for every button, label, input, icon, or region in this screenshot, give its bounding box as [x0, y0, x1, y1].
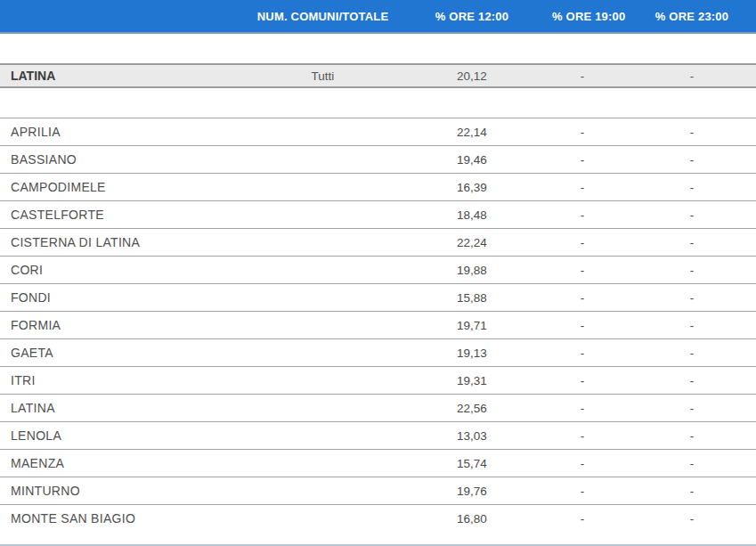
row-comune-name: FORMIA: [0, 318, 254, 332]
row-ore-19-value: -: [552, 457, 613, 470]
row-comune-name: APRILIA: [0, 125, 254, 139]
row-ore-23-value: -: [613, 208, 756, 222]
row-ore-19-value: -: [552, 264, 613, 277]
table-row: MINTURNO 19,76 - -: [0, 477, 756, 504]
table-row: MAENZA 15,74 - -: [0, 449, 756, 477]
column-header-ore-12: % ORE 12:00: [392, 10, 552, 23]
table-row: CISTERNA DI LATINA 22,24 - -: [0, 228, 756, 256]
spacer: [0, 34, 756, 63]
row-ore-23-value: -: [613, 236, 756, 249]
row-ore-23-value: -: [613, 346, 756, 360]
row-comune-name: MONTE SAN BIAGIO: [0, 511, 254, 526]
row-ore-12-value: 19,31: [392, 374, 552, 387]
row-ore-23-value: -: [613, 319, 756, 332]
table-row: FONDI 15,88 - -: [0, 283, 756, 311]
summary-ore-12-value: 20,12: [392, 69, 552, 83]
table-row: BASSIANO 19,46 - -: [0, 145, 756, 173]
row-ore-23-value: -: [613, 126, 756, 139]
row-ore-12-value: 19,46: [392, 153, 552, 167]
row-ore-23-value: -: [613, 181, 756, 194]
row-comune-name: LENOLA: [0, 428, 254, 443]
row-ore-12-value: 19,13: [392, 346, 552, 360]
comuni-data-table: NUM. COMUNI/TOTALE % ORE 12:00 % ORE 19:…: [0, 0, 756, 546]
row-ore-19-value: -: [552, 485, 613, 498]
row-ore-23-value: -: [613, 153, 756, 167]
row-ore-19-value: -: [552, 236, 613, 249]
row-comune-name: ITRI: [0, 373, 254, 387]
summary-ore-19-value: -: [552, 69, 613, 83]
table-row: CORI 19,88 - -: [0, 256, 756, 283]
spacer: [0, 88, 756, 118]
table-row: LATINA 22,56 - -: [0, 394, 756, 421]
row-ore-19-value: -: [552, 291, 613, 305]
summary-row-latina: LATINA Tutti 20,12 - -: [0, 63, 756, 88]
row-ore-23-value: -: [613, 485, 756, 498]
row-ore-12-value: 15,88: [392, 291, 552, 305]
row-comune-name: CISTERNA DI LATINA: [0, 235, 254, 249]
row-ore-12-value: 22,56: [392, 402, 552, 415]
row-comune-name: CASTELFORTE: [0, 208, 254, 222]
row-ore-19-value: -: [552, 126, 613, 139]
row-ore-12-value: 16,80: [392, 512, 552, 526]
summary-comuni-value: Tutti: [254, 69, 392, 83]
row-comune-name: MINTURNO: [0, 484, 254, 498]
row-comune-name: LATINA: [0, 401, 254, 415]
row-ore-19-value: -: [552, 346, 613, 360]
row-ore-12-value: 15,74: [392, 457, 552, 470]
table-row: FORMIA 19,71 - -: [0, 311, 756, 338]
row-ore-23-value: -: [613, 402, 756, 415]
table-row: MONTE SAN BIAGIO 16,80 - -: [0, 504, 756, 532]
column-header-num-comuni: NUM. COMUNI/TOTALE: [254, 10, 392, 23]
row-comune-name: MAENZA: [0, 456, 254, 470]
table-header-row: NUM. COMUNI/TOTALE % ORE 12:00 % ORE 19:…: [0, 0, 756, 34]
row-ore-12-value: 19,71: [392, 319, 552, 332]
row-ore-12-value: 16,39: [392, 181, 552, 194]
row-ore-12-value: 13,03: [392, 429, 552, 443]
column-header-ore-19: % ORE 19:00: [552, 10, 613, 23]
row-ore-12-value: 18,48: [392, 208, 552, 222]
row-ore-12-value: 19,88: [392, 264, 552, 277]
summary-ore-23-value: -: [613, 69, 756, 83]
row-ore-19-value: -: [552, 374, 613, 387]
row-comune-name: CORI: [0, 263, 254, 277]
column-header-ore-23: % ORE 23:00: [613, 10, 756, 23]
table-row: LENOLA 13,03 - -: [0, 421, 756, 449]
row-ore-19-value: -: [552, 402, 613, 415]
table-row: APRILIA 22,14 - -: [0, 118, 756, 145]
table-row: GAETA 19,13 - -: [0, 338, 756, 366]
row-comune-name: CAMPODIMELE: [0, 180, 254, 194]
row-ore-19-value: -: [552, 319, 613, 332]
row-ore-19-value: -: [552, 429, 613, 443]
row-ore-19-value: -: [552, 208, 613, 222]
row-ore-19-value: -: [552, 153, 613, 167]
row-comune-name: BASSIANO: [0, 152, 254, 167]
row-ore-23-value: -: [613, 374, 756, 387]
row-ore-23-value: -: [613, 429, 756, 443]
row-ore-12-value: 19,76: [392, 485, 552, 498]
row-ore-23-value: -: [613, 264, 756, 277]
table-row: CASTELFORTE 18,48 - -: [0, 200, 756, 228]
row-ore-12-value: 22,14: [392, 126, 552, 139]
row-ore-19-value: -: [552, 512, 613, 526]
row-ore-19-value: -: [552, 181, 613, 194]
table-row: CAMPODIMELE 16,39 - -: [0, 173, 756, 200]
row-ore-23-value: -: [613, 512, 756, 526]
summary-province-name: LATINA: [0, 69, 254, 83]
row-ore-23-value: -: [613, 457, 756, 470]
table-row: ITRI 19,31 - -: [0, 366, 756, 394]
row-ore-23-value: -: [613, 291, 756, 305]
table-body: APRILIA 22,14 - - BASSIANO 19,46 - - CAM…: [0, 118, 756, 532]
row-ore-12-value: 22,24: [392, 236, 552, 249]
row-comune-name: FONDI: [0, 290, 254, 305]
row-comune-name: GAETA: [0, 346, 254, 360]
